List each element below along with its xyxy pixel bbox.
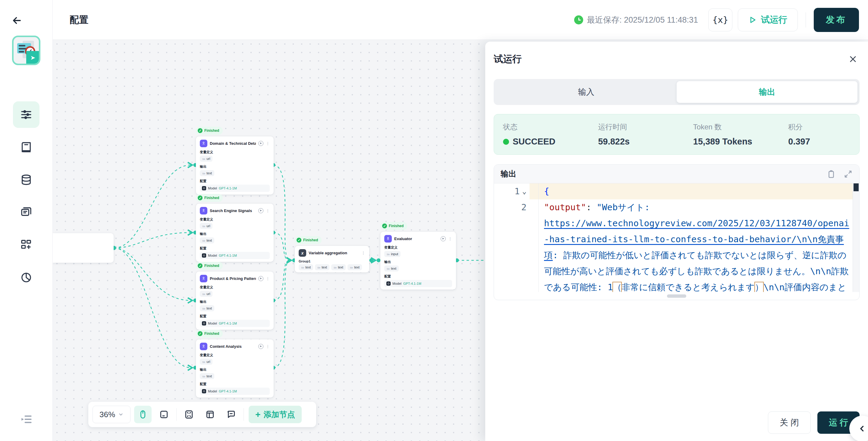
model-icon — [202, 186, 206, 190]
auto-layout-button[interactable] — [201, 406, 219, 423]
node-title: Domain & Technical Details — [210, 141, 256, 146]
node-variable-aggregation[interactable]: x Variable aggregation ⋮ Group1 StrtextS… — [295, 246, 369, 272]
json-output-text: "output": "Webサイト: https://www.technolog… — [538, 199, 852, 292]
node-menu-icon[interactable]: ⋮ — [361, 251, 365, 255]
node-product-pricing-patterns[interactable]: Product & Pricing Patterns ⋮ 变量定义 Strurl… — [196, 271, 274, 330]
sidebar-item-plugins[interactable] — [13, 232, 39, 258]
node-title: Product & Pricing Patterns — [210, 276, 256, 281]
sidebar-item-analytics[interactable] — [13, 264, 39, 291]
paper-plane-icon: ➤ — [26, 51, 39, 64]
group-label: Group1 — [299, 259, 365, 263]
resize-handle[interactable] — [667, 294, 686, 298]
page-title: 配置 — [70, 13, 88, 26]
app-avatar[interactable]: ✓ ➤ — [12, 36, 40, 65]
line-number: 2 — [521, 199, 527, 215]
model-icon — [202, 389, 206, 393]
test-run-button[interactable]: 试运行 — [738, 8, 798, 31]
model-name: GPT-4.1-1M — [219, 322, 237, 325]
copy-icon[interactable] — [827, 170, 836, 179]
divider — [806, 12, 806, 27]
last-saved: 最近保存: 2025/12/05 11:48:31 — [574, 14, 698, 25]
pie-chart-icon — [20, 271, 32, 284]
sliders-icon — [20, 109, 32, 121]
sidebar-item-cards[interactable] — [13, 199, 39, 226]
zoom-level-select[interactable]: 36% — [93, 406, 130, 423]
top-bar-actions: 最近保存: 2025/12/05 11:48:31 {x} 试运行 发布 — [574, 8, 859, 32]
book-icon — [20, 141, 32, 153]
check-icon: ✓ — [198, 263, 203, 268]
fit-view-icon — [184, 410, 194, 419]
node-status-badge: ✓ Finished — [196, 127, 223, 135]
node-content-analysis[interactable]: Content Analysis ⋮ 变量定义 Strurl 输出 Strtex… — [196, 339, 274, 398]
model-name: GPT-4.1-1M — [219, 389, 237, 393]
model-row: Model GPT-4.1-1M — [200, 388, 270, 395]
llm-node-icon — [200, 207, 207, 214]
node-run-icon[interactable] — [441, 236, 446, 241]
code-scrollbar-thumb[interactable] — [854, 183, 859, 191]
output-code-editor[interactable]: 1 ⌄ { 2 "output": "Webサイト: https://www.t… — [494, 183, 859, 292]
stat-tokens: Token 数 15,389 Tokens — [693, 122, 788, 147]
sidebar-item-knowledge[interactable] — [13, 134, 39, 160]
workflow-editor-app: ✓ ➤ 配置 — [0, 0, 868, 441]
env-vars-button[interactable]: {x} — [708, 8, 733, 31]
stat-status: 状态 SUCCEED — [503, 122, 598, 147]
code-segment-str: 非常に信頼できると考えられます — [621, 282, 755, 292]
node-title: Content Analysis — [210, 344, 256, 349]
type-chip: Strtext — [384, 265, 399, 271]
node-run-icon[interactable] — [258, 141, 264, 146]
code-segment-str: "Webサイト: — [597, 202, 655, 212]
expand-icon[interactable] — [844, 170, 852, 179]
success-dot — [503, 139, 509, 145]
close-panel-button[interactable] — [846, 53, 860, 66]
node-menu-icon[interactable]: ⋮ — [266, 345, 270, 348]
node-search-engine-signals[interactable]: Search Engine Signals ⋮ 变量定义 Strurl 输出 S… — [196, 204, 274, 262]
tokens-value: 15,389 Tokens — [693, 137, 788, 147]
type-chip: Strurl — [200, 359, 213, 365]
node-status-badge: ✓ Finished — [196, 262, 223, 270]
fit-view-button[interactable] — [180, 406, 198, 423]
back-button[interactable] — [8, 12, 25, 29]
tab-output[interactable]: 输出 — [677, 81, 858, 103]
type-chip: Strtext — [331, 264, 346, 270]
node-domain-technical-details[interactable]: Domain & Technical Details ⋮ 变量定义 Strurl… — [196, 136, 274, 195]
code-segment-bracket: ） — [755, 282, 764, 292]
output-section-title: 输出 — [501, 169, 516, 179]
chevron-down-icon — [118, 412, 124, 417]
sidebar-item-database[interactable] — [13, 167, 39, 193]
aggregator-node-icon: x — [299, 249, 306, 257]
code-scrollbar[interactable] — [852, 183, 859, 292]
close-button[interactable]: 关闭 — [768, 411, 811, 434]
node-menu-icon[interactable]: ⋮ — [266, 209, 270, 213]
test-run-panel: 试运行 输入 输出 状态 SUCCEED 运行时间 59.822s Tok — [485, 41, 868, 441]
add-node-button[interactable]: + 添加节点 — [249, 406, 302, 423]
io-tabs: 输入 输出 — [494, 79, 860, 105]
node-run-icon[interactable] — [258, 344, 264, 349]
fold-chevron-icon[interactable]: ⌄ — [522, 183, 527, 199]
canvas-toolbar: 36% + 添加节点 — [88, 402, 316, 427]
pointer-mode-button[interactable] — [155, 406, 173, 423]
start-node-partial[interactable] — [53, 233, 114, 263]
type-chip: Strurl — [200, 156, 213, 162]
check-icon: ✓ — [198, 196, 203, 200]
check-icon: ✓ — [382, 224, 387, 228]
node-run-icon[interactable] — [258, 208, 264, 213]
left-sidebar: ✓ ➤ — [0, 0, 53, 441]
add-comment-button[interactable] — [222, 406, 240, 423]
sidebar-item-orchestrate[interactable] — [13, 101, 39, 128]
node-evaluator[interactable]: Evaluator ⋮ 变量定义 Strinput 输出 Strtext 配置 … — [380, 232, 456, 290]
sidebar-item-logs[interactable] — [13, 406, 39, 433]
publish-button[interactable]: 发布 — [814, 8, 859, 32]
chevron-left-icon — [858, 424, 867, 433]
node-menu-icon[interactable]: ⋮ — [448, 237, 452, 241]
section-label: 输出 — [200, 165, 270, 169]
check-icon: ✓ — [297, 238, 301, 242]
credits-value: 0.397 — [788, 137, 850, 147]
node-run-icon[interactable] — [258, 276, 264, 281]
mouse-mode-button[interactable] — [134, 406, 152, 423]
sidebar-nav — [13, 101, 39, 291]
tab-input[interactable]: 输入 — [496, 81, 677, 103]
node-menu-icon[interactable]: ⋮ — [266, 276, 270, 281]
node-title: Evaluator — [394, 236, 438, 241]
node-menu-icon[interactable]: ⋮ — [266, 142, 270, 145]
llm-node-icon — [200, 343, 207, 350]
